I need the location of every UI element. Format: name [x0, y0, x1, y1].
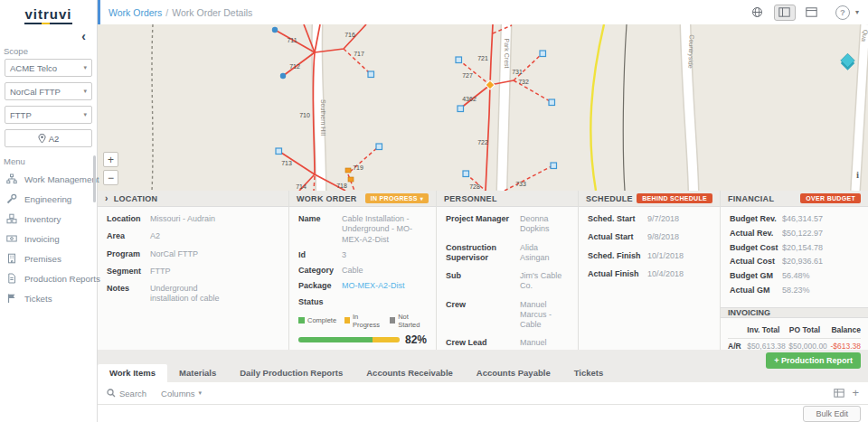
map-canvas[interactable]: 711 712 716 717 710 713 714 718 719 721 … — [98, 24, 868, 191]
svg-text:722: 722 — [477, 139, 488, 145]
field-value: 9/8/2018 — [647, 232, 711, 242]
expand-chevron-icon[interactable]: › — [105, 193, 108, 203]
progress-inprogress-fill — [373, 337, 400, 342]
panel-title: LOCATION — [114, 194, 158, 203]
scope-dropdown-program[interactable]: NorCal FTTP ▾ — [5, 82, 92, 100]
field-row: AreaA2 — [107, 231, 279, 241]
svg-text:710: 710 — [299, 112, 310, 118]
add-row-button[interactable]: + — [852, 389, 859, 398]
sidebar-item-inventory[interactable]: Inventory — [0, 209, 97, 229]
svg-text:712: 712 — [289, 63, 300, 70]
sidebar-item-engineering[interactable]: Engineering — [0, 189, 97, 209]
tab-materials[interactable]: Materials — [167, 364, 228, 382]
help-button[interactable]: ? — [835, 5, 850, 20]
map-layers-button[interactable] — [837, 52, 857, 71]
panel-financial-header: FINANCIAL OVER BUDGET — [721, 191, 868, 207]
sidebar-item-production-reports[interactable]: Production Reports — [0, 268, 97, 288]
field-label: Budget Rev. — [730, 214, 782, 224]
field-value: Missouri - Audrain — [150, 214, 279, 224]
legend-label: Not Started — [398, 313, 427, 329]
field-value: Jim's Cable Co. — [520, 271, 569, 292]
field-row: Sched. Finish10/1/2018 — [588, 251, 711, 261]
info-icon: i — [856, 169, 859, 180]
map-segments-dashed[interactable] — [314, 25, 553, 191]
legend-swatch-not-started — [390, 317, 395, 324]
field-value: 58.23% — [782, 286, 859, 295]
field-value: $50,122.97 — [782, 229, 859, 239]
progress-complete-fill — [298, 337, 373, 342]
package-link[interactable]: MO-MEX-A2-Dist — [342, 281, 427, 291]
globe-view-button[interactable] — [747, 5, 769, 21]
sidebar-collapse-button[interactable]: ‹ — [0, 24, 97, 42]
panel-title: WORK ORDER — [297, 194, 357, 203]
panel-location-header: › LOCATION — [98, 191, 288, 207]
sidebar-item-tickets[interactable]: Tickets — [0, 288, 97, 308]
sidebar-scrollbar[interactable] — [93, 155, 96, 202]
svg-text:727: 727 — [462, 72, 473, 79]
panel-work-order: WORK ORDER IN PROGRESS▾ NameCable Instal… — [289, 191, 437, 350]
split-view-button[interactable] — [774, 5, 796, 21]
map-segments-solid[interactable] — [275, 24, 514, 191]
field-value: 9/7/2018 — [647, 214, 711, 224]
caret-down-icon: ▾ — [199, 389, 203, 397]
legend-complete: Complete — [298, 313, 336, 329]
scope-dropdown-segment[interactable]: FTTP ▾ — [5, 106, 92, 124]
zoom-out-button[interactable]: − — [103, 170, 118, 185]
field-row: CategoryCable — [298, 266, 427, 276]
building-icon — [6, 253, 17, 264]
user-menu-caret[interactable]: ▾ — [855, 8, 859, 16]
column-header: Inv. Total — [747, 325, 789, 335]
sidebar-item-label: Work Management — [24, 174, 99, 184]
tab-daily-production-reports[interactable]: Daily Production Reports — [228, 364, 354, 382]
field-row: Actual GM58.23% — [730, 286, 859, 295]
panel-title: SCHEDULE — [586, 194, 633, 203]
svg-text:731: 731 — [512, 69, 523, 75]
sidebar-item-label: Inventory — [24, 214, 61, 224]
field-label: Project Manager — [446, 214, 520, 224]
panel-location: › LOCATION LocationMissouri - Audrain Ar… — [98, 191, 289, 350]
field-value: A2 — [150, 231, 279, 241]
field-label: Status — [298, 297, 342, 307]
map-pin-icon — [38, 134, 46, 144]
card-view-button[interactable] — [801, 5, 823, 21]
sitemap-icon — [6, 173, 17, 184]
plus-icon: + — [852, 386, 859, 399]
status-badge-over-budget: OVER BUDGET — [800, 193, 861, 203]
field-row: PackageMO-MEX-A2-Dist — [298, 281, 427, 291]
svg-text:721: 721 — [477, 55, 488, 61]
map-region: 711 712 716 717 710 713 714 718 719 721 … — [98, 24, 868, 191]
breadcrumb-work-orders[interactable]: Work Orders — [108, 7, 162, 18]
field-value: 3 — [342, 250, 427, 260]
map-info-button[interactable]: i — [856, 169, 859, 180]
sidebar-item-work-management[interactable]: Work Management — [0, 169, 97, 189]
tab-accounts-receivable[interactable]: Accounts Receivable — [354, 364, 465, 382]
breadcrumb-separator: / — [165, 7, 168, 18]
add-production-report-button[interactable]: + Production Report — [766, 352, 861, 369]
sidebar-item-premises[interactable]: Premises — [0, 249, 97, 268]
zoom-in-button[interactable]: + — [103, 152, 118, 167]
area-selector[interactable]: A2 — [5, 129, 92, 147]
bottom-tabs: Work Items Materials Daily Production Re… — [98, 364, 615, 382]
field-row: NotesUnderground installation of cable — [107, 284, 279, 305]
field-value: NorCal FTTP — [150, 249, 279, 259]
help-icon: ? — [840, 7, 845, 17]
progress-bar — [298, 337, 400, 342]
map-gray-line — [623, 24, 627, 191]
status-badge-in-progress[interactable]: IN PROGRESS▾ — [365, 193, 429, 203]
legend-swatch-in-progress — [344, 317, 350, 324]
field-row: ProgramNorCal FTTP — [107, 249, 279, 259]
legend-swatch-complete — [298, 317, 305, 324]
search-button[interactable]: Search — [107, 389, 146, 399]
columns-button[interactable]: Columns ▾ — [161, 389, 202, 399]
scope-dropdown-customer[interactable]: ACME Telco ▾ — [5, 59, 92, 77]
sidebar-item-invoicing[interactable]: Invoicing — [0, 229, 97, 249]
tab-work-items[interactable]: Work Items — [98, 364, 167, 382]
field-value: Cable — [342, 266, 427, 276]
tab-accounts-payable[interactable]: Accounts Payable — [465, 364, 562, 382]
table-icon[interactable] — [834, 389, 844, 398]
bulk-edit-button[interactable]: Bulk Edit — [803, 406, 861, 422]
dropdown-value: NorCal FTTP — [10, 87, 61, 97]
tab-tickets[interactable]: Tickets — [562, 364, 616, 382]
field-value: Deonna Dopkins — [520, 214, 569, 235]
field-row: Id3 — [298, 250, 427, 260]
